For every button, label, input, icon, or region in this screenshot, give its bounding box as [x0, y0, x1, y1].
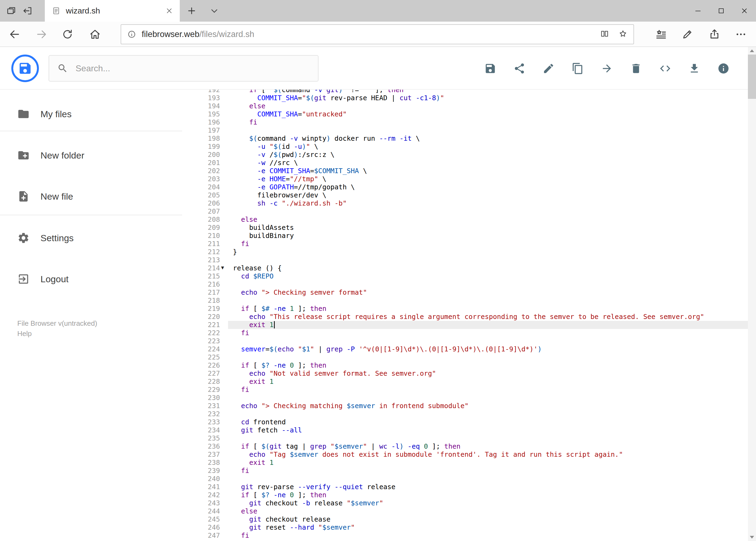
code-line[interactable]: 247 fi [193, 532, 748, 540]
info-button[interactable] [717, 62, 730, 75]
code-line[interactable]: 203 -e HOME="//tmp" \ [193, 175, 748, 183]
code-line[interactable]: 206 sh -c "./wizard.sh -b" [193, 199, 748, 208]
help-link[interactable]: Help [17, 329, 32, 338]
web-note-pen-icon[interactable] [680, 27, 694, 41]
tab-preview-chevron-icon[interactable] [208, 5, 220, 17]
more-options-icon[interactable] [734, 27, 748, 41]
code-line[interactable]: 214▾release () { [193, 264, 748, 272]
code-line[interactable]: 238 exit 1 [193, 459, 748, 467]
search-input[interactable] [76, 64, 310, 74]
code-line[interactable]: 196 fi [193, 118, 748, 126]
code-line[interactable]: 244 else [193, 507, 748, 515]
tab-close-icon[interactable] [166, 7, 173, 14]
code-line[interactable]: 192 if [ "$(command -v git)" != "" ]; th… [193, 90, 748, 94]
code-line[interactable]: 239 fi [193, 467, 748, 475]
set-tabs-aside-icon[interactable] [22, 5, 34, 17]
code-line[interactable]: 219 if [ $# -ne 1 ]; then [193, 305, 748, 313]
rename-button[interactable] [543, 62, 555, 75]
search-bar[interactable] [49, 55, 319, 82]
refresh-button[interactable] [61, 27, 75, 41]
save-button[interactable] [484, 62, 496, 75]
code-line[interactable]: 231 echo "> Checking matching $semver in… [193, 402, 748, 410]
code-line[interactable]: 228 exit 1 [193, 377, 748, 386]
code-line[interactable]: 236 if [ $(git tag | grep "$semver" | wc… [193, 442, 748, 450]
code-line[interactable]: 220 echo "This release script requires a… [193, 313, 748, 321]
code-line[interactable]: 208 else [193, 216, 748, 224]
address-bar[interactable]: filebrowser.web/files/wizard.sh [121, 24, 634, 44]
hub-favorites-icon[interactable] [654, 27, 668, 41]
code-line[interactable]: 207 [193, 208, 748, 216]
code-line[interactable]: 246 git reset --hard "$semver" [193, 523, 748, 532]
code-line[interactable]: 245 git checkout release [193, 515, 748, 523]
code-line[interactable]: 216 [193, 280, 748, 288]
code-line[interactable]: 232 [193, 410, 748, 418]
move-button[interactable] [601, 62, 613, 75]
code-line[interactable]: 225 [193, 353, 748, 361]
code-line[interactable]: 201 -w //src \ [193, 159, 748, 167]
code-line[interactable]: 209 buildAssets [193, 224, 748, 232]
sidebar-item-new-folder[interactable]: New folder [0, 142, 193, 169]
sidebar-item-logout[interactable]: Logout [0, 266, 193, 292]
code-line[interactable]: 198 $(command -v winpty) docker run --rm… [193, 135, 748, 143]
code-line[interactable]: 222 fi [193, 329, 748, 337]
fold-marker-icon[interactable]: ▾ [221, 264, 224, 272]
home-button[interactable] [88, 27, 102, 41]
page-scrollbar[interactable] [748, 47, 756, 541]
code-line[interactable]: 200 -v /$(pwd):/src:z \ [193, 151, 748, 159]
code-line[interactable]: 205 filebrowser/dev \ [193, 191, 748, 199]
scroll-up-arrow-icon[interactable] [748, 47, 756, 55]
maximize-button[interactable] [710, 0, 733, 22]
editor-toggle-button[interactable] [659, 62, 671, 75]
new-tab-button[interactable] [186, 5, 197, 17]
code-line[interactable]: 224 semver=$(echo "$1" | grep -P '^v(0|[… [193, 345, 748, 353]
code-line[interactable]: 234 git fetch --all [193, 426, 748, 434]
forward-button[interactable] [35, 27, 49, 41]
sidebar-item-settings[interactable]: Settings [0, 225, 193, 252]
code-line[interactable]: 218 [193, 296, 748, 305]
code-line[interactable]: 195 COMMIT_SHA="untracked" [193, 110, 748, 118]
code-line[interactable]: 221 exit 1 [193, 321, 748, 329]
code-line[interactable]: 197 [193, 126, 748, 135]
delete-button[interactable] [630, 62, 642, 75]
code-editor[interactable]: 192 if [ "$(command -v git)" != "" ]; th… [193, 90, 748, 541]
code-line[interactable]: 212} [193, 248, 748, 256]
download-button[interactable] [688, 62, 700, 75]
code-line[interactable]: 230 [193, 394, 748, 402]
code-line[interactable]: 242 if [ $? -ne 0 ]; then [193, 491, 748, 499]
code-line[interactable]: 235 [193, 434, 748, 442]
code-line[interactable]: 243 git checkout -b release "$semver" [193, 499, 748, 507]
code-line[interactable]: 193 COMMIT_SHA="$(git rev-parse HEAD | c… [193, 94, 748, 102]
tabs-preview-icon[interactable] [5, 5, 17, 17]
browser-tab[interactable]: wizard.sh [45, 0, 180, 22]
code-line[interactable]: 202 -e COMMIT_SHA=$COMMIT_SHA \ [193, 167, 748, 175]
sidebar-item-new-file[interactable]: New file [0, 183, 193, 210]
code-line[interactable]: 223 [193, 337, 748, 345]
code-line[interactable]: 211 fi [193, 240, 748, 248]
code-line[interactable]: 227 echo "Not valid semver format. See s… [193, 369, 748, 377]
code-line[interactable]: 194 else [193, 102, 748, 110]
share-page-icon[interactable] [707, 27, 721, 41]
code-line[interactable]: 240 [193, 475, 748, 483]
sidebar-item-my-files[interactable]: My files [0, 101, 193, 128]
code-line[interactable]: 229 fi [193, 386, 748, 394]
code-line[interactable]: 204 -e GOPATH=//tmp/gopath \ [193, 183, 748, 191]
reading-view-icon[interactable] [600, 29, 609, 39]
code-line[interactable]: 199 -u "$(id -u)" \ [193, 143, 748, 151]
close-button[interactable] [733, 0, 756, 22]
code-line[interactable]: 213 [193, 256, 748, 264]
code-line[interactable]: 241 git rev-parse --verify --quiet relea… [193, 483, 748, 491]
scrollbar-thumb[interactable] [748, 55, 756, 99]
share-button[interactable] [513, 62, 526, 75]
back-button[interactable] [8, 27, 22, 41]
code-line[interactable]: 226 if [ $? -ne 0 ]; then [193, 361, 748, 369]
code-line[interactable]: 210 buildBinary [193, 232, 748, 240]
code-line[interactable]: 233 cd frontend [193, 418, 748, 426]
minimize-button[interactable] [686, 0, 710, 22]
favorite-star-icon[interactable] [619, 29, 628, 39]
scroll-down-arrow-icon[interactable] [748, 533, 756, 541]
code-line[interactable]: 217 echo "> Checking semver format" [193, 288, 748, 296]
copy-button[interactable] [572, 62, 584, 75]
code-line[interactable]: 237 echo "Tag $semver does not exist in … [193, 450, 748, 459]
site-info-icon[interactable] [127, 30, 136, 39]
code-line[interactable]: 215 cd $REPO [193, 272, 748, 280]
